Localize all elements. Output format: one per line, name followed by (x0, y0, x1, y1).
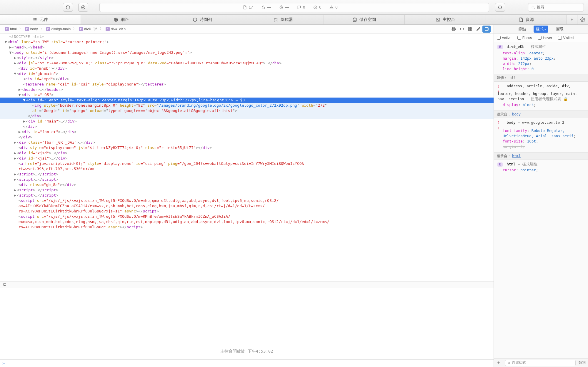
inspect-button[interactable] (495, 3, 505, 12)
dom-row[interactable]: ▶<script>…</script> (0, 172, 494, 177)
dom-row[interactable]: ▼<div id="_Q5"> (0, 92, 494, 98)
dom-row[interactable]: alt="Google" id="hplogo" onload="typeof … (0, 108, 494, 113)
globe-icon (114, 17, 118, 22)
console-input[interactable]: > (0, 359, 494, 367)
dom-row[interactable]: rs=ACT90oH3n5tECirktdtkGhnRYf00UlGs8g?xj… (0, 209, 494, 214)
console-log[interactable]: 主控台開啟於 下午4:53:02 (0, 288, 494, 359)
crumb-html[interactable]: Ehtml (3, 26, 19, 32)
add-rule-button[interactable]: ＋ (496, 360, 501, 366)
dom-row[interactable]: ▼<div id="gb-main"> (0, 71, 494, 76)
filter-bar: ＋ 過濾樣式 類別 (494, 358, 588, 367)
dom-row[interactable]: ▶<head>…</head> (0, 45, 494, 50)
tab-elements[interactable]: 元件 (0, 15, 81, 24)
svg-rect-12 (468, 27, 469, 29)
type-dropdown[interactable]: 類別 (579, 360, 586, 365)
svg-point-11 (582, 19, 583, 20)
dom-row[interactable]: ▶<script>…</script> (0, 177, 494, 182)
dom-row[interactable]: ▶<header>…</header> (0, 87, 494, 92)
styles-content[interactable]: E div#_eKb — 樣式屬性 text-align: center; ma… (494, 42, 588, 358)
dom-row[interactable]: </div> (0, 135, 494, 140)
dom-row[interactable]: ▶<div id="footer">…</div> (0, 129, 494, 135)
browser-toolbar: 17 — — 0 0 0 搜尋 (0, 0, 588, 15)
gear-icon (580, 17, 585, 22)
tab-resources[interactable]: 資源 (486, 15, 567, 24)
dom-tree[interactable]: <!DOCTYPE html> ▼<html lang="zh-TW" styl… (0, 33, 494, 281)
dom-row[interactable]: ▼<html lang="zh-TW" style="cursor: point… (0, 39, 494, 45)
document-icon (519, 17, 523, 22)
styles-sidebar: 節點 樣式 ▾ 層級 Active Focus Hover Visited E … (494, 25, 588, 367)
dom-row[interactable]: <script src="/xjs/_/js/k=xjs.qs.zh_TW.eg… (0, 214, 494, 219)
comment-icon (297, 5, 301, 9)
tab-debugger[interactable]: 除錯器 (243, 15, 324, 24)
grid-button[interactable] (466, 26, 474, 33)
dom-row[interactable]: ▶<div id="main">…</div> (0, 119, 494, 124)
pseudo-focus[interactable]: Focus (517, 36, 532, 40)
dom-row[interactable]: ▶<style>…</style> (0, 55, 494, 61)
dom-row[interactable]: <div id="mpd"></div> (0, 76, 494, 82)
tab-storage[interactable]: 儲存空間 (324, 15, 405, 24)
dom-row[interactable]: <textarea name="csi" id="csi" style="dis… (0, 82, 494, 87)
dom-row[interactable]: <div style="display:none" jsl="$t t-orNZ… (0, 145, 494, 150)
tab-console[interactable]: 主控台 (405, 15, 486, 24)
dom-row[interactable]: rt=wsrt.393,aft.707,prt.530"></a> (0, 166, 494, 172)
filter-input[interactable]: 過濾樣式 (505, 360, 576, 366)
dom-row[interactable]: <div id="mnsb"></div> (0, 66, 494, 71)
dom-row[interactable]: ▶<script>…</script> (0, 187, 494, 193)
dom-row[interactable]: ▶<div jsl="$t t-A4e2Bxm629g;$x 0;" class… (0, 61, 494, 66)
dom-row[interactable]: <div class="gb_8a"></div> (0, 182, 494, 187)
edit-button[interactable] (474, 26, 482, 33)
right-panel-toggle[interactable] (482, 26, 491, 33)
dom-row[interactable]: ▶<div class="fbar _GR _QAi">…</div> (0, 140, 494, 145)
svg-rect-14 (468, 29, 469, 31)
r-tab-nodes[interactable]: 節點 (516, 26, 528, 33)
code-button[interactable] (458, 26, 466, 33)
pseudo-visited[interactable]: Visited (558, 36, 574, 40)
tab-network[interactable]: 網路 (81, 15, 162, 24)
crumb-body[interactable]: Ebody (23, 26, 40, 32)
dom-row[interactable]: exm=sx,c,sb_mob,bct,cdos,elog,hsm,jsa,mb… (0, 219, 494, 224)
reload-button[interactable] (63, 3, 73, 12)
dom-row[interactable]: rs=ACT90oH3n5tECirktdtkGhnRYf00UlGs8g" a… (0, 224, 494, 230)
svg-rect-13 (470, 27, 472, 29)
pseudo-hover[interactable]: Hover (538, 36, 552, 40)
lock-icon (261, 5, 265, 9)
search-field[interactable]: 搜尋 (528, 3, 584, 12)
crumb-ekb[interactable]: Ediv#_eKb (104, 26, 127, 32)
dom-row[interactable]: ▶<script>…</script> (0, 193, 494, 198)
dom-row[interactable]: <img style="border:none;margin:8px 0" he… (0, 103, 494, 108)
crumb-gb-main[interactable]: Ediv#gb-main (44, 26, 72, 32)
prompt-icon (436, 17, 440, 22)
dom-row[interactable]: ▼<body onload="if(document.images) new I… (0, 50, 494, 55)
dom-row[interactable]: </div> (0, 113, 494, 119)
pseudo-row: Active Focus Hover Visited (494, 33, 588, 42)
toggle-console-button[interactable] (0, 281, 494, 288)
timer-text: — (285, 5, 289, 9)
console-panel: 主控台開啟於 下午4:53:02 > (0, 288, 494, 367)
dom-row[interactable]: am=AItsWSaYkABkrmICZnA_aCSAJiA/exm=sx,c,… (0, 203, 494, 209)
tab-timeline[interactable]: 時間列 (162, 15, 243, 24)
print-button[interactable] (449, 26, 458, 33)
address-bar[interactable]: 17 — — 0 0 0 (99, 3, 489, 12)
dom-row[interactable]: <script src="/xjs/_/js/k=xjs.qs.zh_TW.eg… (0, 198, 494, 203)
svg-point-9 (353, 18, 357, 19)
dom-selected-row[interactable]: ▼<div id="_eKb" style="text-align:center… (0, 98, 494, 103)
settings-button[interactable] (577, 15, 588, 24)
warn-icon (329, 5, 334, 9)
dom-row[interactable]: ▶<div id="xjsi">…</div> (0, 156, 494, 161)
dom-row[interactable]: ▶<div id="xjsd">…</div> (0, 150, 494, 156)
crumb-q5[interactable]: Ediv#_Q5 (77, 26, 99, 32)
add-tab-button[interactable]: ＋ (567, 15, 577, 24)
r-tab-layers[interactable]: 層級 (554, 26, 566, 33)
lock-icon: 🔒 (563, 97, 568, 101)
dom-row[interactable]: </div> (0, 124, 494, 129)
pseudo-active[interactable]: Active (497, 36, 512, 40)
svg-rect-15 (470, 29, 472, 31)
dom-row[interactable]: <a href="javascript:void(0);" style="dis… (0, 161, 494, 166)
svg-rect-10 (436, 18, 440, 21)
download-button[interactable] (78, 3, 88, 12)
comment-count: 0 (303, 5, 305, 9)
svg-rect-16 (485, 28, 488, 31)
dom-row[interactable]: <!DOCTYPE html> (0, 34, 494, 39)
r-tab-styles[interactable]: 樣式 ▾ (534, 26, 549, 33)
svg-point-8 (275, 19, 277, 21)
